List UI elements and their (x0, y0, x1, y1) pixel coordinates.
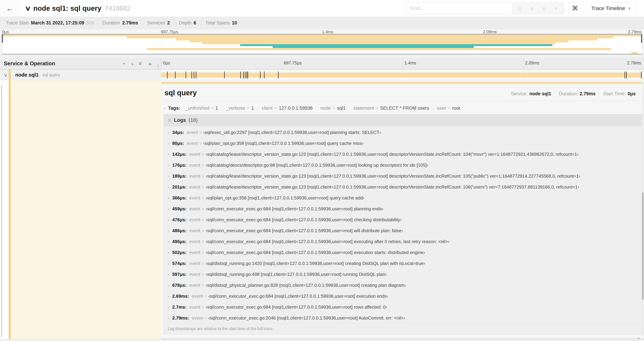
log-marker-tick[interactable] (245, 72, 246, 79)
expand-log-icon[interactable]: › (168, 130, 172, 135)
span-row-bar-cell[interactable] (161, 70, 644, 80)
expand-log-icon[interactable]: › (168, 261, 172, 266)
back-button[interactable]: ← (0, 0, 20, 17)
trace-stat: Trace StartMarch 31 2022, 17:25:09.326 (2, 20, 98, 26)
span-detail-gutter (0, 80, 161, 339)
find-input[interactable] (406, 3, 512, 14)
chevron-down-icon[interactable]: › (122, 63, 128, 65)
log-marker-tick[interactable] (278, 72, 278, 79)
expand-log-icon[interactable]: › (168, 250, 172, 255)
log-marker-tick[interactable] (196, 72, 196, 79)
log-row[interactable]: › 34μs: event = ‹sql/exec_util.go:2297 [… (164, 127, 642, 138)
log-row[interactable]: › 2.79ms: event = ‹sql/conn_executor_exe… (164, 312, 642, 323)
expand-log-icon[interactable]: › (168, 316, 172, 320)
log-marker-tick[interactable] (186, 72, 186, 79)
expand-log-icon[interactable]: › (168, 228, 172, 233)
log-row[interactable]: › 142μs: event = ‹sql/catalog/lease/desc… (164, 149, 642, 160)
log-marker-tick[interactable] (224, 72, 225, 79)
clear-search-icon[interactable]: × (550, 5, 562, 11)
logs-header[interactable]: ∨ Logs (18) (164, 114, 642, 126)
time-tick-label: 2.79ms (627, 61, 641, 66)
tag[interactable]: user=root (433, 106, 464, 111)
log-marker-tick[interactable] (243, 72, 244, 79)
expand-log-icon[interactable]: › (168, 294, 172, 299)
chevron-right-icon[interactable]: › (132, 61, 133, 67)
log-marker-tick[interactable] (626, 72, 627, 79)
log-marker-tick[interactable] (167, 72, 168, 79)
log-row[interactable]: › 366μs: event = ‹sql/plan_opt.go:358 [n… (164, 192, 642, 203)
double-chevron-right-icon[interactable]: » (148, 61, 152, 67)
expand-log-icon[interactable]: › (168, 174, 172, 179)
log-marker-tick[interactable] (624, 72, 625, 79)
log-row[interactable]: › 678μs: event = ‹sql/distsql_physical_p… (164, 280, 642, 291)
link-icon[interactable] (635, 337, 640, 339)
expand-log-icon[interactable]: › (168, 185, 172, 190)
span-duration-bar[interactable] (161, 73, 642, 78)
log-row[interactable]: › 597μs: event = ‹sql/distsql_running.go… (164, 269, 642, 280)
collapse-header-icon[interactable]: ∨ (24, 5, 31, 12)
log-marker-tick[interactable] (260, 72, 260, 79)
trace-minimap[interactable] (2, 34, 642, 54)
minimap-right-scrub-handle[interactable] (641, 35, 642, 43)
log-row[interactable]: › 189μs: event = ‹sql/catalog/lease/desc… (164, 171, 642, 182)
log-marker-tick[interactable] (175, 72, 176, 79)
expand-log-icon[interactable]: › (168, 272, 172, 277)
tag[interactable]: _unfinished=1 (182, 106, 222, 111)
minimap-span-bar (127, 36, 613, 38)
log-row[interactable]: › 2.7ms: event = ‹sql/conn_executor_exec… (164, 302, 642, 312)
expand-log-icon[interactable]: › (168, 152, 172, 157)
log-row[interactable]: › 201μs: event = ‹sql/catalog/lease/desc… (164, 182, 642, 192)
vertical-scrollbar-thumb[interactable] (642, 192, 644, 300)
collapse-span-icon[interactable]: ∨ (4, 72, 8, 78)
span-service-name: node sql1 (15, 72, 38, 78)
column-resizer[interactable]: ∥ (157, 63, 160, 69)
next-result-icon[interactable]: ∨ (538, 5, 550, 12)
tags-row[interactable]: › Tags: _unfinished=1 _verbose=1 client=… (164, 103, 642, 114)
expand-log-icon[interactable]: › (168, 163, 172, 168)
log-field-key: event (192, 293, 203, 299)
expand-log-icon[interactable]: › (168, 239, 172, 244)
log-row[interactable]: › 80μs: event = ‹sql/plan_opt.go:358 [ns… (164, 138, 642, 149)
log-field-key: event (192, 315, 203, 321)
double-chevron-down-icon[interactable]: » (138, 62, 144, 65)
log-marker-tick[interactable] (192, 72, 192, 79)
log-row[interactable]: › 574μs: event = ‹sql/distsql_running.go… (164, 258, 642, 269)
minimap-left-scrub-handle[interactable] (2, 35, 3, 43)
log-marker-tick[interactable] (264, 72, 264, 79)
expand-log-icon[interactable]: › (168, 196, 172, 200)
tag[interactable]: client=127.0.0.1:59936 (258, 106, 317, 111)
log-field-value: ‹sql/exec_util.go:2297 [nsql1,client=127… (203, 130, 381, 135)
expand-log-icon[interactable]: › (168, 283, 172, 288)
view-selector-button[interactable]: Trace Timeline ∨ (586, 2, 636, 14)
log-marker-tick[interactable] (248, 72, 248, 79)
span-row-name-cell[interactable]: ∨ node sql1 sql query (0, 70, 161, 80)
vertical-scrollbar[interactable] (642, 82, 644, 337)
time-tick-label: 697.75μs (161, 30, 178, 34)
log-marker-tick[interactable] (641, 72, 642, 79)
tag[interactable]: _verbose=1 (222, 106, 258, 111)
log-row[interactable]: › 2.69ms: event = ‹sql/conn_executor_exe… (164, 291, 642, 302)
expand-log-icon[interactable]: › (168, 207, 172, 211)
expand-log-icon[interactable]: › (168, 305, 172, 310)
log-field-key: event (187, 130, 198, 135)
expand-tags-icon[interactable]: › (164, 106, 165, 111)
expand-log-icon[interactable]: › (168, 217, 172, 222)
keyboard-shortcuts-button[interactable]: ⌘ (568, 2, 582, 14)
span-row[interactable]: ∨ node sql1 sql query (0, 70, 644, 80)
log-row[interactable]: › 495μs: event = ‹sql/conn_executor_exec… (164, 236, 642, 247)
locate-icon[interactable]: ◎ (514, 5, 526, 12)
log-marker-tick[interactable] (246, 72, 247, 79)
log-row[interactable]: › 502μs: event = ‹sql/conn_executor_exec… (164, 247, 642, 258)
tag[interactable]: node=sql1 (317, 106, 350, 111)
collapse-logs-icon[interactable]: ∨ (168, 117, 171, 123)
prev-result-icon[interactable]: ∧ (526, 5, 538, 12)
log-timestamp: 80μs: (172, 141, 184, 146)
log-marker-tick[interactable] (194, 72, 194, 79)
log-row[interactable]: › 486μs: event = ‹sql/conn_executor_exec… (164, 225, 642, 236)
log-row[interactable]: › 459μs: event = ‹sql/conn_executor_exec… (164, 203, 642, 214)
expand-log-icon[interactable]: › (168, 141, 172, 146)
tag[interactable]: statement=SELECT * FROM users (350, 106, 433, 111)
log-row[interactable]: › 476μs: event = ‹sql/conn_executor_exec… (164, 214, 642, 225)
log-row[interactable]: › 176μs: event = ‹sql/catalog/descs/desc… (164, 160, 642, 171)
log-marker-tick[interactable] (240, 72, 241, 79)
